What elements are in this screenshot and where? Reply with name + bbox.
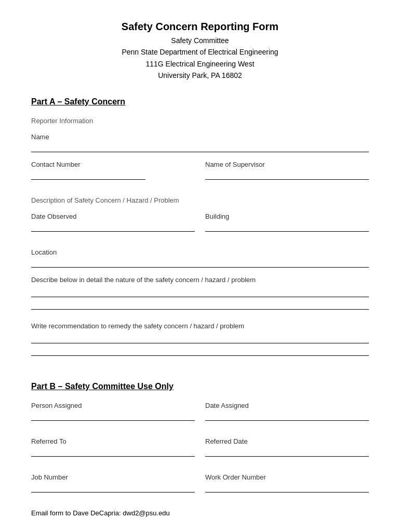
contact-label: Contact Number xyxy=(31,161,195,168)
contact-col: Contact Number xyxy=(31,161,195,188)
describe-concern-line1[interactable] xyxy=(31,287,369,297)
date-observed-input-line[interactable] xyxy=(31,221,195,232)
recommend-lines xyxy=(31,333,369,356)
location-input-line[interactable] xyxy=(31,257,369,268)
date-building-row: Date Observed Building xyxy=(31,212,369,240)
building-input-line[interactable] xyxy=(205,221,369,232)
date-assigned-input-line[interactable] xyxy=(205,410,369,421)
referred-to-col: Referred To xyxy=(31,437,195,465)
date-observed-label: Date Observed xyxy=(31,212,195,220)
header-line3: 111G Electrical Engineering West xyxy=(31,58,369,70)
date-assigned-label: Date Assigned xyxy=(205,402,369,409)
describe-concern-lines xyxy=(31,287,369,310)
name-field-group: Name xyxy=(31,133,369,152)
job-work-row: Job Number Work Order Number xyxy=(31,473,369,501)
referred-row: Referred To Referred Date xyxy=(31,437,369,465)
part-a-section: Part A – Safety Concern Reporter Informa… xyxy=(31,97,369,356)
recommend-line1[interactable] xyxy=(31,333,369,343)
name-input-line[interactable] xyxy=(31,142,369,152)
job-number-col: Job Number xyxy=(31,473,195,501)
recommend-label: Write recommendation to remedy the safet… xyxy=(31,322,369,330)
part-a-title: Part A – Safety Concern xyxy=(31,97,369,107)
location-field-group: Location xyxy=(31,248,369,268)
part-b-title: Part B – Safety Committee Use Only xyxy=(31,382,369,391)
contact-supervisor-row: Contact Number Name of Supervisor xyxy=(31,161,369,188)
work-order-input-line[interactable] xyxy=(205,482,369,493)
form-header: Safety Concern Reporting Form Safety Com… xyxy=(31,21,369,82)
email-text: Email form to Dave DeCapria: dwd2@psu.ed… xyxy=(31,509,369,517)
referred-date-label: Referred Date xyxy=(205,437,369,445)
describe-concern-label: Describe below in detail the nature of t… xyxy=(31,276,369,284)
referred-to-input-line[interactable] xyxy=(31,446,195,457)
header-line2: Penn State Department of Electrical Engi… xyxy=(31,46,369,58)
referred-date-input-line[interactable] xyxy=(205,446,369,457)
person-date-row: Person Assigned Date Assigned xyxy=(31,402,369,429)
date-observed-col: Date Observed xyxy=(31,212,195,240)
referred-to-label: Referred To xyxy=(31,437,195,445)
header-line4: University Park, PA 16802 xyxy=(31,70,369,81)
describe-concern-line2[interactable] xyxy=(31,299,369,310)
work-order-col: Work Order Number xyxy=(205,473,369,501)
job-number-input-line[interactable] xyxy=(31,482,195,493)
person-assigned-label: Person Assigned xyxy=(31,402,195,409)
building-label: Building xyxy=(205,212,369,220)
part-b-section: Part B – Safety Committee Use Only Perso… xyxy=(31,371,369,517)
person-assigned-col: Person Assigned xyxy=(31,402,195,429)
supervisor-col: Name of Supervisor xyxy=(205,161,369,188)
name-label: Name xyxy=(31,133,369,141)
job-number-label: Job Number xyxy=(31,473,195,481)
reporter-info-label: Reporter Information xyxy=(31,117,369,125)
work-order-label: Work Order Number xyxy=(205,473,369,481)
person-assigned-input-line[interactable] xyxy=(31,410,195,421)
building-col: Building xyxy=(205,212,369,240)
header-line1: Safety Committee xyxy=(31,35,369,46)
location-label: Location xyxy=(31,248,369,256)
supervisor-label: Name of Supervisor xyxy=(205,161,369,168)
recommend-line2[interactable] xyxy=(31,345,369,356)
referred-date-col: Referred Date xyxy=(205,437,369,465)
date-assigned-col: Date Assigned xyxy=(205,402,369,429)
form-title: Safety Concern Reporting Form xyxy=(31,21,369,33)
supervisor-input-line[interactable] xyxy=(205,169,369,180)
contact-input-line[interactable] xyxy=(31,169,145,180)
description-label: Description of Safety Concern / Hazard /… xyxy=(31,196,369,204)
